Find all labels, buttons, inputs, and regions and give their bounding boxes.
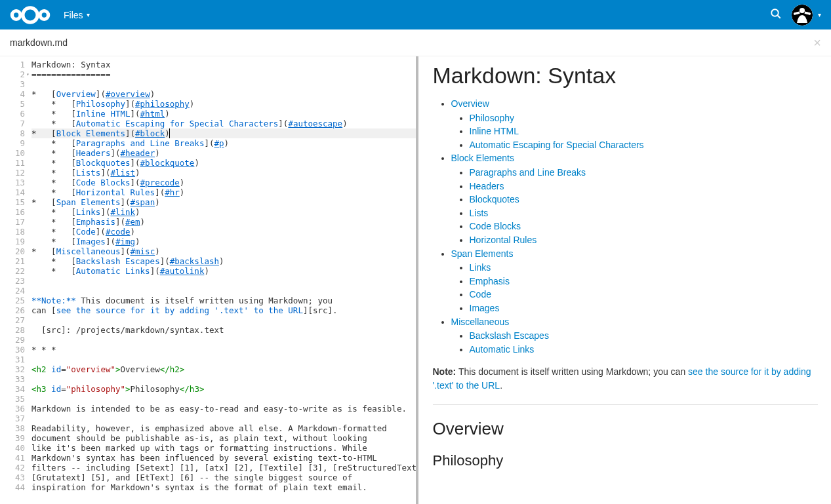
toc-item: Lists (470, 207, 819, 220)
svg-point-6 (800, 8, 805, 13)
code-line[interactable]: [Grutatext] [5], and [EtText] [6] -- the… (31, 473, 416, 482)
toc-item: Code (470, 288, 819, 301)
toc-link[interactable]: Inline HTML (470, 126, 519, 136)
code-line[interactable]: * [Code](#code) (31, 227, 416, 237)
code-line[interactable] (31, 414, 416, 423)
toc-link[interactable]: Backslash Escapes (470, 330, 549, 341)
svg-point-2 (40, 10, 49, 19)
code-area[interactable]: Markdown: Syntax================* [Overv… (31, 56, 416, 504)
markdown-preview: Markdown: Syntax OverviewPhilosophyInlin… (416, 56, 832, 504)
code-line[interactable]: can [see the source for it by adding '.t… (31, 305, 416, 315)
cloud-logo-icon (10, 4, 51, 26)
toc-item: Span ElementsLinksEmphasisCodeImages (451, 248, 819, 315)
toc-link[interactable]: Block Elements (451, 153, 514, 163)
app-name: Files (64, 10, 83, 20)
code-line[interactable]: **Note:** This document is itself writte… (31, 296, 416, 305)
toc-item: MiscellaneousBackslash EscapesAutomatic … (451, 316, 819, 357)
toc-link[interactable]: Automatic Escaping for Special Character… (470, 140, 644, 150)
file-name: markdown.md (10, 37, 68, 48)
code-line[interactable]: <h3 id="philosophy">Philosophy</h3> (31, 384, 416, 394)
code-line[interactable] (31, 315, 416, 325)
preview-h2-overview: Overview (433, 418, 819, 439)
app-selector[interactable]: Files ▾ (64, 10, 90, 20)
code-line[interactable]: Markdown: Syntax (31, 60, 416, 69)
code-line[interactable]: * [Lists](#list) (31, 168, 416, 178)
code-line[interactable] (31, 335, 416, 345)
code-line[interactable]: * [Philosophy](#philosophy) (31, 99, 416, 109)
code-line[interactable]: * [Emphasis](#em) (31, 217, 416, 227)
code-line[interactable] (31, 286, 416, 296)
note-tail: . (500, 380, 502, 391)
close-button[interactable]: × (813, 36, 821, 49)
code-line[interactable] (31, 355, 416, 364)
toc-link[interactable]: Horizontal Rules (470, 235, 537, 245)
toc-item: Automatic Links (470, 343, 819, 357)
toc-link[interactable]: Blockquotes (470, 194, 519, 204)
note-text: This document is itself written using Ma… (456, 366, 688, 377)
preview-h3-philosophy: Philosophy (433, 452, 819, 469)
caret-down-icon: ▾ (87, 11, 90, 18)
toc-link[interactable]: Lists (470, 208, 489, 218)
code-line[interactable]: inspiration for Markdown's syntax is the… (31, 482, 416, 492)
code-line[interactable]: * [Headers](#header) (31, 148, 416, 158)
toc-link[interactable]: Overview (451, 98, 489, 109)
toc-link[interactable]: Headers (470, 181, 504, 191)
code-line[interactable]: document should be publishable as-is, as… (31, 433, 416, 443)
code-line[interactable]: Readability, however, is emphasized abov… (31, 423, 416, 433)
toc-link[interactable]: Images (470, 303, 500, 313)
code-line[interactable]: * [Automatic Links](#autolink) (31, 266, 416, 276)
user-menu[interactable]: ▾ (792, 5, 821, 26)
search-icon[interactable] (770, 8, 782, 22)
code-line[interactable] (31, 374, 416, 384)
toc-link[interactable]: Code Blocks (470, 221, 521, 231)
note-label: Note: (433, 366, 456, 377)
code-line[interactable]: * [Backslash Escapes](#backslash) (31, 256, 416, 266)
code-line[interactable]: [src]: /projects/markdown/syntax.text (31, 325, 416, 335)
code-line[interactable]: * [Blockquotes](#blockquote) (31, 158, 416, 168)
nextcloud-logo[interactable] (10, 4, 51, 26)
code-line[interactable]: ================ (31, 69, 416, 79)
code-line[interactable]: * [Miscellaneous](#misc) (31, 246, 416, 256)
toc-item: Backslash Escapes (470, 330, 819, 343)
code-line[interactable]: * [Code Blocks](#precode) (31, 178, 416, 187)
toc-link[interactable]: Code (470, 289, 491, 300)
code-line[interactable]: Markdown is intended to be as easy-to-re… (31, 404, 416, 414)
code-line[interactable] (31, 394, 416, 404)
toc-link[interactable]: Miscellaneous (451, 317, 510, 327)
toc-link[interactable]: Span Elements (451, 248, 514, 259)
code-line[interactable]: * [Links](#link) (31, 207, 416, 217)
toc-link[interactable]: Philosophy (470, 113, 515, 123)
user-avatar (792, 5, 813, 26)
code-line[interactable]: * [Inline HTML](#html) (31, 109, 416, 119)
code-line[interactable] (31, 276, 416, 286)
toc-item: Inline HTML (470, 125, 819, 138)
svg-point-1 (23, 7, 37, 22)
code-line[interactable]: * [Horizontal Rules](#hr) (31, 187, 416, 197)
preview-title: Markdown: Syntax (433, 63, 819, 88)
code-line[interactable]: filters -- including [Setext] [1], [atx]… (31, 463, 416, 473)
toc-link[interactable]: Emphasis (470, 276, 510, 286)
svg-line-4 (777, 15, 780, 18)
code-line[interactable]: * [Overview](#overview) (31, 89, 416, 99)
code-line[interactable] (31, 79, 416, 89)
toc-link[interactable]: Links (470, 262, 491, 273)
toc-item: Automatic Escaping for Special Character… (470, 139, 819, 152)
toc-item: Horizontal Rules (470, 234, 819, 247)
source-editor[interactable]: 1234567891011121314151617181920212223242… (0, 56, 416, 504)
code-line[interactable]: * [Images](#img) (31, 237, 416, 246)
toc-item: Philosophy (470, 112, 819, 125)
code-line[interactable]: * [Automatic Escaping for Special Charac… (31, 119, 416, 128)
toc-item: Links (470, 262, 819, 275)
code-line[interactable]: * * * (31, 345, 416, 355)
code-line[interactable]: Markdown's syntax has been influenced by… (31, 453, 416, 463)
toc-link[interactable]: Paragraphs and Line Breaks (470, 167, 586, 178)
code-line[interactable]: * [Block Elements](#block) (31, 128, 416, 138)
toc-link[interactable]: Automatic Links (470, 344, 535, 355)
code-line[interactable]: * [Paragraphs and Line Breaks](#p) (31, 138, 416, 148)
code-line[interactable]: * [Span Elements](#span) (31, 197, 416, 207)
code-line[interactable]: like it's been marked up with tags or fo… (31, 443, 416, 453)
toc-item: Headers (470, 180, 819, 193)
code-line[interactable]: <h2 id="overview">Overview</h2> (31, 364, 416, 374)
top-header: Files ▾ ▾ (0, 0, 831, 29)
svg-point-0 (12, 10, 20, 19)
